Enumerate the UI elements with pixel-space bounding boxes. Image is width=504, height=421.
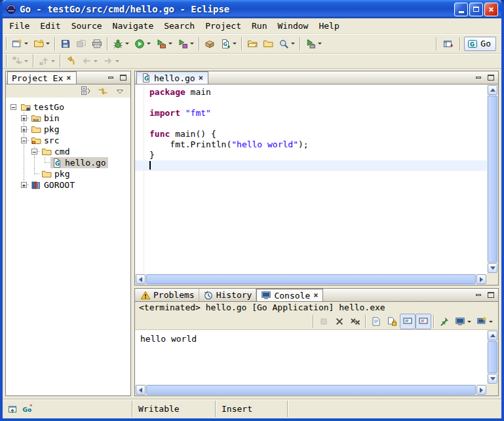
dropdown-arrow-icon[interactable] (489, 321, 493, 323)
dropdown-arrow-icon[interactable] (125, 43, 129, 45)
scroll-left-button[interactable] (136, 274, 145, 284)
display-console-button[interactable] (452, 314, 474, 329)
tab-history[interactable]: History (199, 289, 257, 301)
print-button[interactable] (89, 36, 105, 52)
scroll-up-button[interactable] (488, 331, 497, 340)
code-line-4[interactable] (135, 119, 487, 129)
tab-close-icon[interactable]: × (313, 291, 319, 299)
minimize-view-button[interactable] (473, 73, 484, 82)
tab-problems[interactable]: Problems (136, 289, 199, 301)
code-line-6[interactable]: fmt.Println("hello world"); (135, 139, 487, 150)
maximize-button[interactable] (469, 3, 483, 16)
menu-edit[interactable]: Edit (35, 20, 66, 32)
show-stderr-button[interactable] (416, 314, 431, 329)
expand-toggle-icon[interactable]: + (21, 182, 27, 188)
maximize-view-button[interactable] (485, 73, 497, 82)
code-line-1[interactable]: package main (135, 87, 487, 98)
dropdown-arrow-icon[interactable] (467, 321, 471, 323)
tree-item-cmd[interactable]: −cmd (6, 146, 130, 157)
scroll-down-button[interactable] (488, 263, 497, 273)
menu-help[interactable]: Help (313, 20, 344, 32)
fast-view-button[interactable] (8, 404, 18, 414)
collapse-toggle-icon[interactable]: − (31, 149, 37, 155)
clear-console-button[interactable] (368, 314, 384, 329)
open-folder-button[interactable] (244, 36, 260, 52)
tree-node[interactable]: Ghello.go (50, 157, 108, 168)
tab-close-icon[interactable]: × (66, 74, 71, 82)
dropdown-arrow-icon[interactable] (168, 43, 172, 45)
tab-hello-go[interactable]: G hello.go × (136, 71, 208, 84)
new-package-button[interactable] (202, 36, 218, 52)
scrollbar-thumb[interactable] (146, 385, 476, 395)
titlebar[interactable]: Go - testGo/src/cmd/hello.go - Eclipse × (3, 0, 501, 18)
remove-all-launches-button[interactable] (347, 314, 363, 329)
scroll-right-button[interactable] (476, 385, 486, 395)
open-perspective-button[interactable] (440, 36, 456, 52)
view-menu-button[interactable] (112, 83, 128, 99)
maximize-view-button[interactable] (485, 290, 497, 300)
run-button[interactable] (132, 36, 153, 52)
open-console-button[interactable] (474, 314, 495, 329)
collapse-all-button[interactable] (78, 83, 94, 99)
console-vertical-scrollbar[interactable] (487, 330, 498, 384)
menu-run[interactable]: Run (246, 20, 272, 32)
tree-item-pkg[interactable]: +pkg (6, 124, 130, 135)
external-tools-button[interactable] (303, 36, 324, 52)
editor-vertical-scrollbar[interactable] (487, 84, 498, 274)
scrollbar-thumb[interactable] (146, 274, 476, 284)
collapse-toggle-icon[interactable]: − (10, 104, 16, 110)
close-button[interactable]: × (484, 3, 498, 16)
dropdown-arrow-icon[interactable] (51, 60, 55, 62)
go-mark-button[interactable]: Go* (22, 404, 33, 414)
tab-project-explorer[interactable]: Project Ex × (7, 71, 77, 84)
code-line-3[interactable]: import "fmt" (135, 108, 487, 119)
new-folder-button[interactable] (31, 36, 52, 52)
code-line-5[interactable]: func main() { (135, 129, 487, 139)
dropdown-arrow-icon[interactable] (94, 60, 98, 62)
menu-navigate[interactable]: Navigate (107, 20, 159, 32)
code-area[interactable]: package main import "fmt" func main() { … (135, 84, 487, 274)
tree-node[interactable]: GOROOT (29, 179, 77, 191)
tree-item-hello.go[interactable]: Ghello.go (6, 157, 130, 168)
remove-launch-button[interactable] (332, 314, 347, 329)
tree-node[interactable]: testGo (19, 101, 66, 113)
editor-content[interactable]: package main import "fmt" func main() { … (135, 84, 498, 285)
menu-source[interactable]: Source (66, 20, 107, 32)
show-stdout-button[interactable] (400, 314, 416, 329)
scroll-down-button[interactable] (488, 374, 497, 384)
tree-item-pkg[interactable]: pkg (6, 168, 130, 179)
tree-node[interactable]: src (29, 135, 61, 146)
scroll-lock-button[interactable] (384, 314, 400, 329)
profile-button[interactable] (175, 36, 197, 52)
minimize-view-button[interactable] (105, 73, 117, 82)
perspective-go-button[interactable]: GGo (464, 37, 496, 51)
editor-horizontal-scrollbar[interactable] (135, 274, 487, 285)
tree-item-bin[interactable]: +010bin (6, 113, 130, 124)
new-go-element-button[interactable]: G (218, 36, 239, 52)
dropdown-arrow-icon[interactable] (24, 43, 28, 45)
tree-node[interactable]: pkg (29, 124, 61, 135)
tree-item-testGo[interactable]: −testGo (6, 101, 130, 113)
dropdown-arrow-icon[interactable] (24, 60, 28, 62)
menu-file[interactable]: File (4, 20, 35, 32)
folder-button[interactable] (260, 36, 276, 52)
scrollbar-thumb[interactable] (488, 341, 497, 373)
dropdown-arrow-icon[interactable] (115, 60, 119, 62)
tree-item-GOROOT[interactable]: +GOROOT (6, 179, 130, 191)
new-wizard-button[interactable] (9, 36, 31, 52)
code-line-8[interactable] (135, 160, 487, 171)
tab-close-icon[interactable]: × (198, 74, 204, 82)
expand-toggle-icon[interactable]: + (21, 126, 27, 132)
search-button[interactable] (276, 36, 298, 52)
run-external-button[interactable] (153, 36, 175, 52)
debug-button[interactable] (110, 36, 132, 52)
tree-node[interactable]: cmd (40, 146, 71, 157)
collapse-toggle-icon[interactable]: − (21, 137, 27, 143)
minimize-button[interactable] (454, 3, 468, 16)
dropdown-arrow-icon[interactable] (147, 43, 151, 45)
menu-search[interactable]: Search (159, 20, 200, 32)
scroll-left-button[interactable] (136, 385, 145, 395)
dropdown-arrow-icon[interactable] (291, 43, 295, 45)
scroll-up-button[interactable] (488, 85, 497, 95)
code-line-7[interactable]: } (135, 150, 487, 160)
